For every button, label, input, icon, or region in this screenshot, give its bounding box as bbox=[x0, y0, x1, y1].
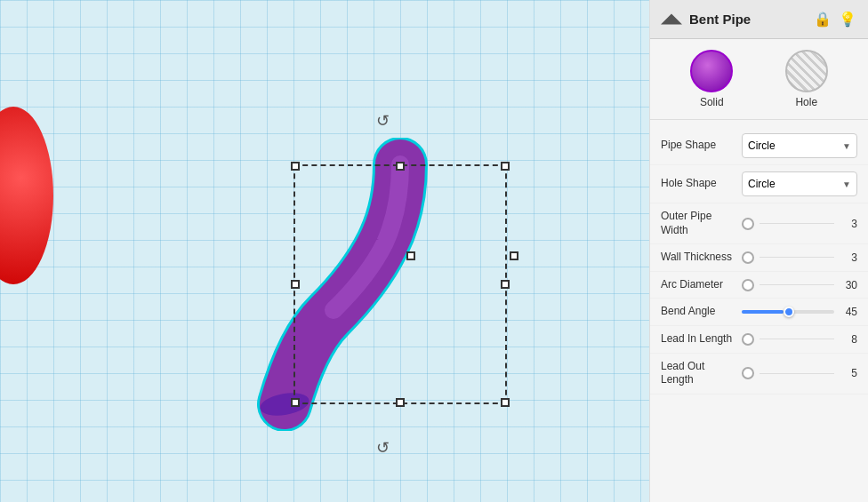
wall-thickness-line bbox=[760, 257, 834, 258]
bend-angle-label: Bend Angle bbox=[661, 305, 736, 319]
bulb-icon[interactable]: 💡 bbox=[838, 10, 857, 29]
rotate-handle-bottom[interactable]: ↺ bbox=[376, 438, 390, 458]
hole-shape-control: Circle ▼ bbox=[742, 171, 857, 196]
arc-diameter-value: 30 bbox=[840, 279, 857, 291]
panel-header: Bent Pipe 🔒 💡 bbox=[650, 0, 868, 39]
panel-title: Bent Pipe bbox=[689, 12, 806, 27]
pipe-shape-arrow: ▼ bbox=[842, 141, 851, 151]
right-panel: Bent Pipe 🔒 💡 Solid Hole Pipe Shape Circ… bbox=[649, 0, 868, 502]
hole-icon bbox=[785, 50, 828, 92]
outer-pipe-width-value: 3 bbox=[840, 218, 857, 230]
lead-in-length-value: 8 bbox=[840, 333, 857, 346]
arc-diameter-line bbox=[760, 284, 834, 285]
hole-shape-label: Hole Shape bbox=[661, 177, 736, 191]
outer-pipe-width-line bbox=[760, 223, 834, 224]
hole-shape-row: Hole Shape Circle ▼ bbox=[650, 165, 868, 203]
shape-type-row: Solid Hole bbox=[650, 39, 868, 120]
lead-out-length-label: Lead Out Length bbox=[661, 360, 736, 387]
red-sphere-object bbox=[0, 107, 53, 284]
bend-angle-control: 45 bbox=[742, 306, 857, 318]
outer-pipe-width-control: 3 bbox=[742, 218, 857, 230]
lock-icon[interactable]: 🔒 bbox=[813, 10, 832, 29]
lead-in-length-row: Lead In Length 8 bbox=[650, 326, 868, 354]
outer-pipe-width-row: Outer Pipe Width 3 bbox=[650, 203, 868, 244]
lead-in-length-control: 8 bbox=[742, 333, 857, 346]
lead-in-length-radio[interactable] bbox=[742, 333, 754, 346]
hole-label: Hole bbox=[795, 96, 817, 108]
lead-out-length-control: 5 bbox=[742, 367, 857, 379]
bend-angle-fill bbox=[742, 310, 784, 314]
lead-out-length-line bbox=[760, 373, 834, 374]
outer-pipe-width-label: Outer Pipe Width bbox=[661, 210, 736, 237]
hole-shape-dropdown[interactable]: Circle ▼ bbox=[742, 171, 857, 196]
wall-thickness-label: Wall Thickness bbox=[661, 251, 736, 265]
3d-viewport[interactable]: ↺ ↺ bbox=[0, 0, 649, 502]
rotate-handle-top[interactable]: ↺ bbox=[376, 111, 390, 131]
lead-in-length-label: Lead In Length bbox=[661, 332, 736, 347]
arc-diameter-radio[interactable] bbox=[742, 279, 754, 291]
solid-label: Solid bbox=[700, 96, 724, 108]
pipe-object-container[interactable]: ↺ ↺ bbox=[240, 138, 525, 431]
pipe-shape-control: Circle ▼ bbox=[742, 133, 857, 158]
hole-shape-arrow: ▼ bbox=[842, 179, 851, 189]
outer-pipe-width-radio[interactable] bbox=[742, 218, 754, 230]
pipe-shape-value: Circle bbox=[748, 139, 776, 152]
pipe-shape-row: Pipe Shape Circle ▼ bbox=[650, 127, 868, 165]
bend-angle-value: 45 bbox=[840, 306, 857, 318]
pipe-svg bbox=[240, 138, 525, 431]
hole-shape-value: Circle bbox=[748, 178, 776, 190]
hole-button[interactable]: Hole bbox=[785, 50, 828, 108]
wall-thickness-radio[interactable] bbox=[742, 251, 754, 264]
bend-angle-row: Bend Angle 45 bbox=[650, 299, 868, 326]
bend-angle-thumb[interactable] bbox=[784, 307, 794, 317]
properties-section: Pipe Shape Circle ▼ Hole Shape Circle ▼ … bbox=[650, 120, 868, 402]
pipe-shape-label: Pipe Shape bbox=[661, 139, 736, 153]
wall-thickness-value: 3 bbox=[840, 251, 857, 264]
arc-diameter-label: Arc Diameter bbox=[661, 278, 736, 292]
bend-angle-slider[interactable] bbox=[742, 310, 834, 314]
lead-out-length-radio[interactable] bbox=[742, 367, 754, 379]
header-icons: 🔒 💡 bbox=[813, 10, 857, 29]
solid-icon bbox=[690, 50, 733, 92]
lead-out-length-row: Lead Out Length 5 bbox=[650, 354, 868, 394]
arc-diameter-row: Arc Diameter 30 bbox=[650, 272, 868, 299]
wall-thickness-row: Wall Thickness 3 bbox=[650, 244, 868, 272]
arc-diameter-control: 30 bbox=[742, 279, 857, 291]
solid-button[interactable]: Solid bbox=[690, 50, 733, 108]
collapse-button[interactable] bbox=[661, 9, 682, 30]
wall-thickness-control: 3 bbox=[742, 251, 857, 264]
pipe-shape-dropdown[interactable]: Circle ▼ bbox=[742, 133, 857, 158]
lead-in-length-line bbox=[760, 339, 834, 339]
lead-out-length-value: 5 bbox=[840, 367, 857, 379]
